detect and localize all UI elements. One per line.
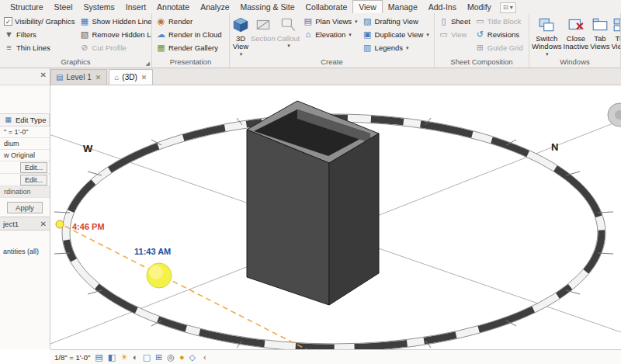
scale-control[interactable]: 1/8" = 1'-0" [54, 353, 90, 362]
thin-lines-label: Thin Lines [16, 43, 50, 52]
browser-item-quantities[interactable]: antities (all) [0, 248, 50, 255]
section-label: Section [251, 35, 276, 43]
temporary-hide-isolate-icon[interactable]: ◎ [167, 352, 175, 363]
close-tab-icon[interactable]: ✕ [95, 74, 102, 81]
tab-systems[interactable]: Systems [78, 1, 120, 13]
visual-style-icon[interactable]: ◧ [108, 352, 116, 363]
elevation-dropdown-icon: ▾ [349, 32, 352, 38]
schedules-button[interactable]: ▦ Schedules ▾ [432, 15, 434, 28]
ribbon-tab-bar: Structure Steel Systems Insert Annotate … [0, 0, 621, 13]
sunset-time-label[interactable]: 4:46 PM [72, 222, 105, 231]
drafting-view-button[interactable]: ▨ Drafting View [361, 15, 431, 28]
tab-collaborate[interactable]: Collaborate [300, 1, 353, 13]
apply-button[interactable]: Apply [7, 202, 43, 213]
render-gallery-button[interactable]: ▦ Render Gallery [154, 41, 224, 54]
render-button[interactable]: ◉ Render [154, 15, 224, 28]
revisions-button[interactable]: ↺ Revisions [474, 28, 525, 41]
3d-view-button[interactable]: 3D View ▾ [232, 15, 249, 57]
edit-type-button[interactable]: ▦ Edit Type [0, 113, 50, 127]
legends-button[interactable]: ▥ Legends ▾ [361, 41, 431, 54]
close-browser-icon[interactable]: ✕ [40, 220, 47, 228]
edit-button-1[interactable]: Edit... [20, 162, 47, 173]
mass-box-right-face[interactable] [329, 133, 379, 305]
switch-windows-dropdown-icon: ▾ [546, 51, 549, 57]
render-label: Render [168, 17, 193, 26]
property-value-visual-style[interactable]: w Original [0, 150, 50, 161]
close-tab-icon[interactable]: ✕ [141, 74, 148, 81]
thin-lines-button[interactable]: ≡ Thin Lines [2, 41, 76, 54]
plan-views-icon: ▤ [303, 16, 313, 26]
view-control-bar: 1/8" = 1'-0" ▤ ◧ ☀ ◐ ▢ ⊞ ◎ ● ◇ ‹ [50, 349, 621, 364]
gallery-icon: ▦ [156, 43, 166, 53]
elevation-button[interactable]: ⌂ Elevation ▾ [301, 28, 359, 41]
duplicate-view-dropdown-icon: ▾ [426, 32, 429, 38]
apply-row: Apply [0, 198, 50, 217]
plan-views-button[interactable]: ▤ Plan Views ▾ [301, 15, 359, 28]
tab-manage[interactable]: Manage [383, 1, 423, 13]
edit-button-2[interactable]: Edit... [20, 175, 47, 185]
ribbon-display-toggle-icon[interactable]: ⊡ ▾ [500, 2, 516, 13]
sun-marker[interactable] [147, 263, 172, 288]
sheet-icon: ▯ [439, 16, 449, 26]
locked-3d-view-icon[interactable]: ◇ [189, 352, 196, 363]
tab-views-label: Tab Views [590, 35, 609, 51]
view-tab-level1[interactable]: ▤ Level 1 ✕ [50, 69, 107, 85]
remove-hidden-lines-label: Remove Hidden Lines [92, 30, 151, 39]
filters-button[interactable]: ▼ Filters [2, 28, 76, 41]
project-browser-header[interactable]: ject1 ✕ [0, 217, 50, 231]
tab-views-button[interactable]: Tab Views [590, 15, 609, 52]
switch-windows-button[interactable]: Switch Windows ▾ [532, 15, 562, 57]
ribbon-body: ✓ Visibility/ Graphics ▼ Filters ≡ Thin … [0, 13, 621, 68]
tab-add-ins[interactable]: Add-Ins [423, 1, 462, 13]
steering-wheel-icon[interactable] [608, 103, 621, 127]
tab-steel[interactable]: Steel [49, 1, 78, 13]
panel-presentation: ◉ Render ☁ Render in Cloud ▦ Render Gall… [152, 13, 230, 68]
graphics-dialog-launcher-icon[interactable]: ◢ [146, 58, 150, 68]
sunset-marker-icon[interactable] [56, 220, 64, 228]
crop-view-icon[interactable]: ▢ [143, 352, 151, 363]
tab-views-icon [592, 16, 609, 33]
tab-structure[interactable]: Structure [5, 1, 49, 13]
view-tab-3d-label: (3D) [122, 73, 137, 81]
callout-icon [279, 16, 297, 33]
shadows-icon[interactable]: ◐ [133, 352, 138, 363]
render-in-cloud-label: Render in Cloud [168, 30, 222, 39]
close-inactive-button[interactable]: Close Inactive [564, 15, 589, 52]
revisions-label: Revisions [487, 30, 519, 39]
detail-level-icon[interactable]: ▤ [95, 352, 102, 363]
remove-hidden-lines-button[interactable]: ▧ Remove Hidden Lines [78, 28, 151, 41]
close-palette-icon[interactable]: ✕ [40, 71, 47, 79]
property-value-scale[interactable]: " = 1'-0" [0, 127, 50, 138]
tab-massing-site[interactable]: Massing & Site [234, 1, 300, 13]
mass-box[interactable] [247, 101, 379, 305]
render-in-cloud-button[interactable]: ☁ Render in Cloud [154, 28, 224, 41]
show-crop-icon[interactable]: ⊞ [155, 352, 162, 363]
visibility-graphics-button[interactable]: ✓ Visibility/ Graphics [2, 15, 76, 28]
scope-box-button: ▢ Scope Box [432, 28, 434, 41]
guide-grid-button: ⊞ Guide Grid [474, 41, 525, 54]
reveal-hidden-icon[interactable]: ● [179, 352, 185, 363]
scroll-left-icon[interactable]: ‹ [203, 352, 206, 362]
remove-hidden-lines-icon: ▧ [79, 29, 89, 40]
tile-views-button[interactable]: Tile Views [611, 15, 620, 52]
view-tab-3d[interactable]: ⌂ (3D) ✕ [109, 69, 153, 85]
viewport-3d[interactable]: W N 4:46 PM 11:43 AM [50, 85, 621, 349]
show-hidden-lines-button[interactable]: ▦ Show Hidden Lines [78, 15, 151, 28]
sheet-button[interactable]: ▯ Sheet [437, 15, 472, 28]
tab-view[interactable]: View [352, 0, 383, 13]
ribbon: Structure Steel Systems Insert Annotate … [0, 0, 621, 68]
show-hidden-lines-icon: ▦ [79, 16, 89, 26]
current-time-label[interactable]: 11:43 AM [134, 247, 171, 256]
sun-path-icon[interactable]: ☀ [120, 352, 128, 363]
panel-create: 3D View ▾ Section Callout ▾ [230, 13, 435, 68]
duplicate-view-button[interactable]: ▣ Duplicate View ▾ [361, 28, 431, 41]
tab-modify[interactable]: Modify [462, 1, 497, 13]
tab-annotate[interactable]: Annotate [151, 1, 195, 13]
tab-analyze[interactable]: Analyze [195, 1, 234, 13]
cut-profile-button: ⊘ Cut Profile [78, 41, 151, 54]
thin-lines-icon: ≡ [4, 43, 14, 53]
tab-insert[interactable]: Insert [120, 1, 151, 13]
compass-north-label: N [551, 141, 558, 153]
graphics-panel-label: Graphics ◢ [0, 57, 151, 68]
property-value-detail-level[interactable]: dium [0, 138, 50, 150]
